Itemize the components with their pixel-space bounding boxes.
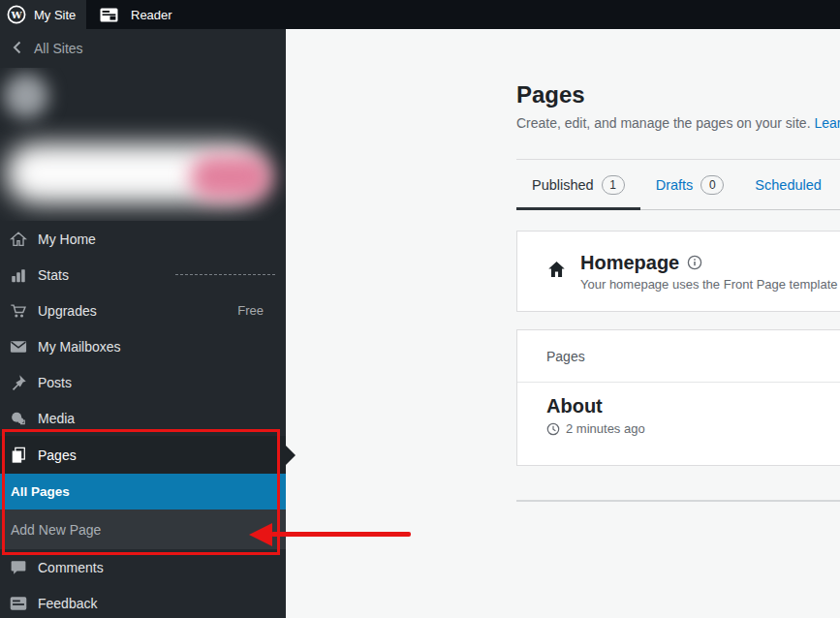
chevron-left-icon	[12, 41, 22, 57]
stats-icon	[9, 265, 27, 284]
submenu-label: All Pages	[11, 484, 70, 499]
pages-submenu: All Pages Add New Page	[0, 474, 286, 549]
tab-label: Drafts	[656, 177, 694, 193]
screen: W My Site Reader All Sites	[0, 0, 840, 618]
my-site-label: My Site	[34, 8, 76, 22]
tab-published[interactable]: Published 1	[516, 160, 640, 210]
sidebar-menu: My Home Stats Upgrades Free	[0, 221, 286, 618]
page-title: Pages	[516, 81, 585, 108]
submenu-item-all-pages[interactable]: All Pages	[0, 474, 286, 510]
reader-label: Reader	[131, 8, 172, 22]
tab-count-badge: 1	[602, 175, 625, 195]
all-sites-back-link[interactable]: All Sites	[0, 29, 286, 68]
svg-text:W: W	[10, 10, 22, 20]
homepage-home-icon	[546, 260, 567, 284]
current-menu-arrow	[286, 446, 296, 465]
submenu-label: Add New Page	[11, 522, 101, 538]
sidebar: All Sites My Home Stats	[0, 29, 286, 618]
sidebar-item-comments[interactable]: Comments	[0, 549, 286, 585]
all-sites-label: All Sites	[34, 41, 83, 56]
comments-icon	[9, 558, 27, 576]
sidebar-item-media[interactable]: Media	[0, 400, 286, 436]
mail-icon	[9, 337, 27, 355]
tab-label: Published	[532, 177, 594, 193]
menu-label: My Mailboxes	[38, 339, 121, 355]
upgrades-plan-badge: Free	[237, 303, 276, 318]
tab-label: Scheduled	[755, 177, 822, 193]
page-description: Create, edit, and manage the pages on yo…	[516, 115, 840, 131]
site-badge-blurred	[190, 155, 271, 200]
tab-drafts[interactable]: Drafts 0	[640, 160, 740, 210]
sidebar-item-my-home[interactable]: My Home	[0, 221, 286, 257]
sidebar-item-upgrades[interactable]: Upgrades Free	[0, 293, 286, 328]
menu-label: Media	[38, 411, 75, 426]
page-row-title[interactable]: About	[546, 395, 840, 417]
sidebar-item-feedback[interactable]: Feedback	[0, 585, 286, 618]
pushpin-icon	[9, 373, 27, 391]
masterbar: W My Site Reader	[0, 0, 840, 29]
main-content: Pages Create, edit, and manage the pages…	[286, 29, 840, 618]
menu-label: Pages	[38, 448, 77, 463]
menu-label: Stats	[38, 267, 69, 283]
wordpress-logo-icon: W	[7, 5, 26, 24]
site-card-blurred[interactable]	[0, 68, 286, 221]
page-row-about[interactable]: About 2 minutes ago	[517, 383, 840, 436]
pages-list-header: Pages	[517, 330, 840, 383]
homepage-title: Homepage	[580, 252, 679, 274]
sidebar-item-my-mailboxes[interactable]: My Mailboxes	[0, 328, 286, 364]
page-row-time: 2 minutes ago	[566, 421, 645, 436]
menu-label: Posts	[38, 375, 72, 390]
site-avatar-blurred	[4, 74, 48, 118]
reader-icon	[100, 8, 118, 22]
tab-scheduled[interactable]: Scheduled	[739, 160, 837, 210]
sidebar-item-stats[interactable]: Stats	[0, 257, 286, 293]
menu-label: Feedback	[38, 596, 97, 611]
submenu-item-add-new-page[interactable]: Add New Page	[0, 510, 286, 549]
clock-icon	[546, 422, 560, 436]
feedback-icon	[9, 594, 27, 612]
home-icon	[9, 230, 27, 248]
pages-icon	[9, 446, 27, 464]
stats-sparkline-placeholder	[175, 274, 275, 275]
menu-label: My Home	[38, 232, 96, 247]
sidebar-item-pages[interactable]: Pages	[0, 436, 286, 474]
status-tabs: Published 1 Drafts 0 Scheduled	[516, 159, 840, 210]
masterbar-my-site-tab[interactable]: W My Site	[0, 0, 86, 29]
homepage-card[interactable]: Homepage Your homepage uses the Front Pa…	[516, 231, 840, 312]
homepage-card-text: Homepage Your homepage uses the Front Pa…	[580, 252, 837, 292]
learn-more-link[interactable]: Learn more	[814, 115, 840, 131]
cart-icon	[9, 301, 27, 320]
info-icon[interactable]	[687, 255, 702, 270]
menu-label: Upgrades	[38, 303, 97, 319]
sidebar-item-posts[interactable]: Posts	[0, 364, 286, 400]
homepage-subtitle: Your homepage uses the Front Page templa…	[580, 277, 837, 292]
media-icon	[9, 409, 27, 427]
pages-list-card: Pages About 2 minutes ago	[516, 329, 840, 466]
masterbar-reader-tab[interactable]: Reader	[86, 0, 172, 29]
menu-label: Comments	[38, 560, 104, 575]
tab-count-badge: 0	[700, 175, 724, 195]
page-description-text: Create, edit, and manage the pages on yo…	[516, 115, 814, 131]
section-divider	[516, 500, 840, 502]
